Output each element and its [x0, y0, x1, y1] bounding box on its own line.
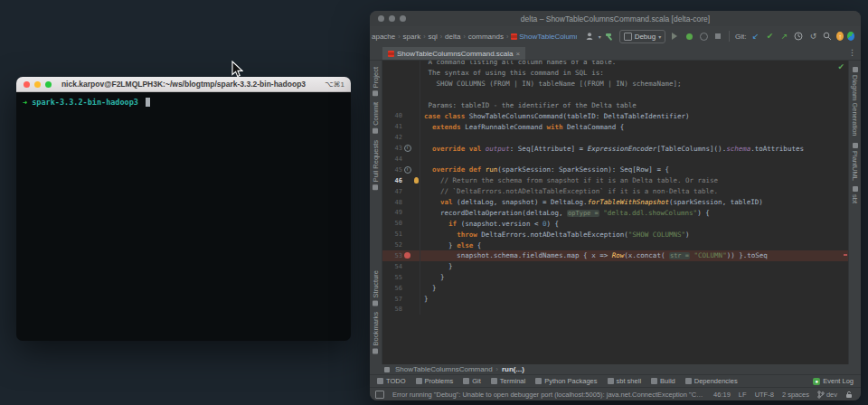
code-line-49[interactable]: 49 recordDeltaOperation(deltaLog, opType…: [382, 207, 848, 218]
fold-column: [412, 143, 420, 154]
code-line[interactable]: A command listing all column names of a …: [382, 61, 848, 68]
sidebar-item-diagram-generation[interactable]: Diagram Generation: [851, 67, 859, 137]
breakpoint-icon[interactable]: [402, 252, 412, 259]
error-stripe-mark[interactable]: [844, 254, 847, 256]
code-line-53[interactable]: 53 snapshot.schema.fieldNames.map { x =>…: [382, 250, 848, 261]
sidebar-item-project[interactable]: Project: [372, 67, 380, 96]
bottom-breadcrumb-bar: ShowTableColumnsCommand › run(...): [370, 364, 861, 374]
tool-window-button-git[interactable]: Git: [463, 377, 481, 385]
terminal-window: nick.karpov@F2LMQLPH3K:~/ws/blogtmp/spar…: [16, 77, 351, 336]
stop-button[interactable]: [712, 31, 723, 42]
code-text: // Return the schema from snapshot if it…: [424, 176, 718, 184]
code-line-41[interactable]: 41 extends LeafRunnableCommand with Delt…: [382, 121, 848, 132]
sidebar-item-structure[interactable]: Structure: [372, 270, 380, 306]
sidebar-item-sbt[interactable]: sbt: [851, 186, 859, 203]
breadcrumb-item-spark[interactable]: spark: [403, 33, 421, 41]
lock-icon[interactable]: [845, 391, 853, 399]
breadcrumb-item-delta[interactable]: delta: [445, 33, 460, 41]
run-configuration-select[interactable]: Debug ▾: [619, 30, 666, 43]
git-commit-check-icon[interactable]: ✔: [764, 31, 775, 42]
code-line-47[interactable]: 47 // `DeltaErrors.notADeltaTableExcepti…: [382, 186, 848, 197]
code-line-40[interactable]: 40case class ShowTableColumnsCommand(tab…: [382, 110, 848, 121]
breadcrumb-home-icon: [384, 367, 390, 372]
sidebar-item-plantuml[interactable]: PlantUML: [851, 143, 859, 181]
breadcrumb-item-commands[interactable]: commands: [468, 33, 504, 41]
debug-button[interactable]: [684, 31, 694, 42]
code-line[interactable]: SHOW COLUMNS (FROM | IN) tableName [(FRO…: [382, 79, 848, 89]
fold-column: [412, 100, 420, 111]
code-line-52[interactable]: 52 } else {: [382, 240, 848, 250]
event-log-label: Event Log: [823, 377, 854, 385]
sidebar-item-pull-requests[interactable]: Pull Requests: [372, 140, 380, 190]
fold-column: [412, 261, 420, 272]
close-icon[interactable]: ×: [516, 50, 521, 58]
code-line-54[interactable]: 54 }: [382, 261, 848, 272]
prompt-arrow-icon: ➜: [23, 98, 27, 107]
breadcrumb-class[interactable]: ShowTableColumnsCommand: [395, 365, 493, 373]
code-line-56[interactable]: 56 }: [382, 283, 848, 294]
undo-icon[interactable]: ↺: [807, 31, 818, 42]
tool-window-button-build[interactable]: Build: [651, 377, 675, 385]
code-line-44[interactable]: 44: [382, 154, 848, 165]
toolwindow-label: Dependencies: [694, 377, 738, 385]
breadcrumb-item-apache[interactable]: apache: [372, 33, 395, 41]
code-line-43[interactable]: 43↑ override val output: Seq[Attribute] …: [382, 143, 848, 154]
toolwindow-toggle-icon[interactable]: [375, 391, 384, 399]
code-line-50[interactable]: 50 if (snapshot.version < 0) {: [382, 218, 848, 229]
line-number: 42: [382, 134, 402, 141]
code-line-55[interactable]: 55 }: [382, 272, 848, 283]
breadcrumb-file[interactable]: ShowTableColumnsCommand.scala: [511, 33, 576, 41]
code-editor[interactable]: A command listing all column names of a …: [382, 61, 848, 364]
fold-column: [412, 207, 420, 218]
tool-window-button-python-packages[interactable]: Python Packages: [535, 377, 597, 385]
sidebar-item-commit[interactable]: Commit: [372, 102, 380, 134]
ide-titlebar[interactable]: delta – ShowTableColumnsCommand.scala [d…: [370, 11, 861, 26]
indent-style[interactable]: 2 spaces: [782, 391, 809, 399]
tool-window-event-log[interactable]: ● Event Log: [813, 377, 854, 385]
build-hammer-icon[interactable]: [605, 31, 616, 42]
line-separator[interactable]: LF: [739, 391, 747, 399]
caret-position[interactable]: 46:19: [713, 391, 731, 399]
breadcrumb-method[interactable]: run(...): [502, 365, 524, 373]
code-line-57[interactable]: 57}: [382, 294, 848, 305]
tool-window-button-terminal[interactable]: Terminal: [491, 377, 525, 385]
terminal-body[interactable]: ➜ spark-3.3.2-bin-hadoop3: [16, 92, 351, 341]
user-icon[interactable]: [584, 31, 595, 42]
code-line-58[interactable]: 58: [382, 304, 848, 315]
file-encoding[interactable]: UTF-8: [755, 391, 774, 399]
code-line-51[interactable]: 51 throw DeltaErrors.notADeltaTableExcep…: [382, 229, 848, 240]
plugin-icon[interactable]: [847, 32, 854, 41]
code-line-46[interactable]: 46 // Return the schema from snapshot if…: [382, 175, 848, 186]
mouse-cursor: [231, 61, 243, 79]
sidebar-item-bookmarks[interactable]: Bookmarks: [372, 312, 380, 354]
tab-options-menu-icon[interactable]: ⋮: [848, 48, 856, 57]
code-line-45[interactable]: 45↑ override def run(sparkSession: Spark…: [382, 165, 848, 175]
tool-window-button-dependencies[interactable]: Dependencies: [685, 377, 738, 385]
update-available-icon[interactable]: ↑: [836, 32, 844, 41]
override-marker-icon[interactable]: ↑: [402, 145, 412, 152]
code-line[interactable]: The syntax of using this command in SQL …: [382, 68, 848, 79]
tool-window-button-sbt-shell[interactable]: sbt shell: [608, 377, 642, 385]
tool-window-button-todo[interactable]: TODO: [377, 377, 406, 385]
code-line[interactable]: Params: tableID - the identifier of the …: [382, 100, 848, 111]
git-push-icon[interactable]: ↗: [778, 31, 789, 42]
terminal-titlebar[interactable]: nick.karpov@F2LMQLPH3K:~/ws/blogtmp/spar…: [16, 77, 351, 92]
tab-showtablecolumnscommand[interactable]: ShowTableColumnsCommand.scala ×: [382, 47, 525, 60]
status-message[interactable]: Error running "Debug": Unable to open de…: [392, 391, 705, 399]
git-branch-widget[interactable]: dev: [817, 391, 837, 399]
code-line-48[interactable]: 48 val (deltaLog, snapshot) = DeltaLog.f…: [382, 197, 848, 208]
git-update-icon[interactable]: ↙: [750, 31, 760, 42]
search-icon[interactable]: [822, 31, 833, 42]
inspections-ok-icon[interactable]: ✔: [837, 62, 844, 71]
history-clock-icon[interactable]: [793, 31, 804, 42]
breadcrumb-item-sql[interactable]: sql: [429, 33, 438, 41]
code-line-42[interactable]: 42: [382, 132, 848, 143]
toolwindow-icon: [608, 378, 614, 384]
coverage-button[interactable]: [698, 31, 709, 42]
run-button[interactable]: [669, 31, 680, 42]
code-line[interactable]: [382, 89, 848, 100]
toolwindow-icon: [535, 378, 542, 384]
tool-window-button-problems[interactable]: Problems: [416, 377, 454, 385]
override-marker-icon[interactable]: ↑: [402, 166, 412, 174]
toolwindow-label: sbt shell: [617, 377, 642, 385]
